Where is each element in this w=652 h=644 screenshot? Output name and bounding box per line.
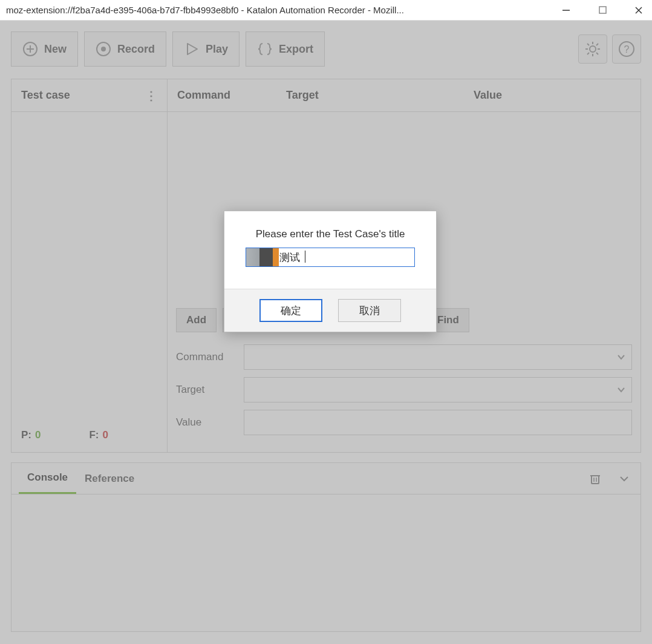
tab-reference[interactable]: Reference [76, 463, 143, 494]
close-icon [634, 6, 643, 15]
chevron-down-icon[interactable] [616, 352, 626, 362]
record-label: Record [117, 43, 155, 56]
svg-marker-9 [187, 44, 197, 54]
dialog-prompt: Please enter the Test Case's title [239, 228, 422, 240]
main-toolbar: New Record Play Export ? [11, 31, 641, 67]
input-visible-text: 测试 [279, 251, 300, 264]
svg-line-17 [596, 44, 598, 45]
svg-line-15 [587, 44, 589, 45]
command-input[interactable] [244, 344, 632, 370]
test-case-sidebar: Test case ⋮ P: 0 F: 0 [11, 79, 168, 452]
svg-line-16 [596, 53, 598, 54]
header-value: Value [464, 89, 641, 102]
play-icon [184, 41, 200, 57]
svg-point-10 [590, 46, 596, 52]
svg-rect-21 [592, 476, 599, 484]
trash-icon [589, 473, 601, 485]
console-body [11, 494, 641, 631]
close-button[interactable] [631, 3, 646, 18]
svg-rect-1 [599, 7, 606, 13]
sidebar-footer: P: 0 F: 0 [11, 418, 167, 452]
gear-icon [584, 41, 601, 58]
sidebar-title: Test case [21, 89, 70, 102]
record-button[interactable]: Record [84, 31, 166, 67]
window-controls [559, 3, 646, 18]
dialog-ok-button[interactable]: 确定 [259, 299, 322, 322]
minimize-icon [562, 6, 570, 15]
new-button[interactable]: New [11, 31, 78, 67]
window-title: moz-extension://f2ba7a4d-e395-406a-b7d7-… [6, 5, 547, 15]
command-label: Command [176, 351, 244, 363]
value-label: Value [176, 416, 244, 429]
tab-console[interactable]: Console [19, 463, 76, 494]
braces-icon [257, 41, 273, 57]
svg-text:?: ? [624, 44, 630, 54]
clear-log-button[interactable] [586, 470, 604, 488]
test-case-list [11, 112, 167, 418]
sidebar-header: Test case ⋮ [11, 79, 167, 112]
text-caret [305, 251, 305, 263]
header-target: Target [276, 89, 464, 102]
minimize-button[interactable] [559, 3, 573, 18]
maximize-icon [599, 6, 607, 14]
play-label: Play [206, 43, 228, 56]
bottom-tabs: Console Reference [11, 463, 641, 494]
new-test-case-dialog: Please enter the Test Case's title 测试 确定… [224, 211, 437, 332]
kebab-icon[interactable]: ⋮ [145, 88, 157, 103]
help-icon: ? [618, 41, 635, 58]
pass-counter: P: 0 [21, 429, 41, 441]
window-titlebar: moz-extension://f2ba7a4d-e395-406a-b7d7-… [0, 0, 652, 21]
chevron-down-icon [619, 473, 630, 484]
editor-form: Command Target [168, 340, 641, 452]
play-button[interactable]: Play [172, 31, 240, 67]
new-label: New [44, 43, 67, 56]
add-button[interactable]: Add [176, 308, 217, 332]
maximize-button[interactable] [595, 3, 610, 18]
collapse-panel-button[interactable] [615, 470, 633, 488]
target-input[interactable] [244, 377, 632, 402]
bottom-panel: Console Reference [11, 462, 641, 632]
settings-button[interactable] [578, 34, 607, 64]
export-label: Export [279, 43, 313, 56]
help-button[interactable]: ? [612, 34, 641, 64]
record-icon [96, 41, 111, 57]
value-input[interactable] [244, 410, 632, 435]
header-command: Command [168, 89, 276, 102]
target-label: Target [176, 384, 244, 396]
grid-headers: Command Target Value [168, 79, 641, 112]
redacted-text [246, 248, 279, 266]
fail-counter: F: 0 [89, 429, 108, 441]
chevron-down-icon[interactable] [616, 385, 626, 395]
svg-point-8 [101, 47, 106, 51]
export-button[interactable]: Export [246, 31, 325, 67]
dialog-cancel-button[interactable]: 取消 [338, 299, 401, 322]
plus-icon [22, 41, 38, 57]
svg-line-18 [587, 53, 589, 54]
